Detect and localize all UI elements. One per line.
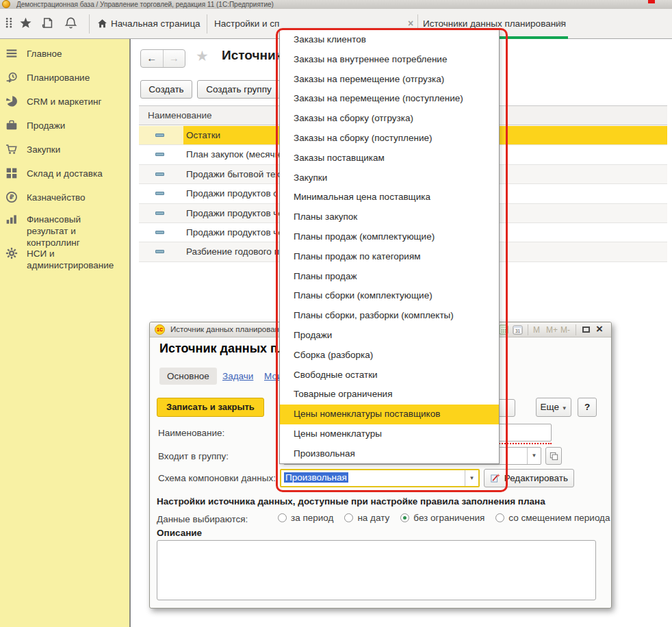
svg-text:₽: ₽	[10, 193, 14, 201]
create-group-button[interactable]: Создать группу	[197, 80, 281, 99]
memory-mplus-button[interactable]: M+	[546, 325, 558, 335]
service-menu-icon[interactable]	[3, 16, 16, 30]
dropdown-item[interactable]: Заказы на перемещение (поступление)	[280, 89, 499, 109]
tab-tasks[interactable]: Задачи	[222, 371, 253, 381]
dropdown-item[interactable]: Заказы на внутреннее потребление	[280, 50, 499, 70]
gear-icon	[5, 247, 18, 259]
dropdown-item[interactable]: Планы закупок	[280, 207, 499, 227]
application-window: Демонстрационная база / Управление торго…	[0, 0, 672, 627]
dialog-title: Источник данных планировани	[170, 325, 283, 333]
calendar-icon[interactable]: 31	[513, 324, 526, 338]
chevron-down-icon: ▼	[562, 405, 567, 411]
memory-mminus-button[interactable]: M-	[560, 325, 570, 335]
dropdown-item[interactable]: Сборка (разборка)	[280, 346, 499, 366]
notifications-bell-icon[interactable]	[64, 16, 78, 30]
radio-for-period[interactable]: за период	[278, 513, 333, 523]
dropdown-item[interactable]: Заказы на сборку (отгрузка)	[280, 109, 499, 129]
sidebar-item-treasury[interactable]: ₽ Казначейство	[5, 191, 125, 203]
dropdown-item[interactable]: Заказы клиентов	[280, 30, 499, 50]
group-open-button[interactable]	[545, 447, 562, 465]
radio-period-offset[interactable]: со смещением периода	[495, 513, 610, 523]
forward-button[interactable]: →	[164, 50, 185, 67]
dropdown-item[interactable]: Закупки	[280, 168, 499, 188]
radio-on-date[interactable]: на дату	[344, 513, 389, 523]
dropdown-item[interactable]: Планы сборки, разборки (комплекты)	[280, 306, 499, 326]
radio-icon	[278, 513, 287, 522]
scheme-dropdown-arrow[interactable]: ▼	[465, 470, 478, 486]
sidebar-item-planning[interactable]: Планирование	[5, 71, 125, 84]
tab-planning-data-sources[interactable]: Источники данных планирования	[423, 18, 566, 29]
planning-icon	[5, 71, 18, 84]
sidebar-item-finance[interactable]: Финансовый результат и контроллинг	[5, 213, 125, 248]
chevron-down-icon: ▼	[469, 475, 475, 481]
help-button[interactable]: ?	[578, 398, 597, 417]
titlebar-separator	[528, 324, 528, 335]
toolbar-separator	[89, 14, 90, 34]
dropdown-item[interactable]: Произвольная	[280, 444, 499, 464]
app-1c-icon	[2, 0, 10, 8]
favorites-star-icon[interactable]	[19, 16, 33, 30]
sidebar-item-admin[interactable]: НСИ и администрирование	[5, 247, 125, 271]
description-label: Описание	[157, 528, 202, 538]
home-icon[interactable]	[96, 18, 110, 31]
favorite-star-icon[interactable]: ★	[196, 48, 209, 64]
sidebar-item-warehouse[interactable]: Склад и доставка	[5, 167, 125, 179]
data-select-label: Данные выбираются:	[157, 514, 248, 524]
dropdown-item[interactable]: Заказы на перемещение (отгрузка)	[280, 70, 499, 90]
data-source-icon	[155, 231, 164, 234]
maximize-icon[interactable]	[582, 327, 590, 333]
tab-settings[interactable]: Настройки и сп	[214, 18, 279, 29]
memory-m-button[interactable]: M	[533, 325, 540, 335]
dropdown-item-highlighted[interactable]: Цены номенклатуры поставщиков	[280, 405, 499, 424]
sidebar-item-main[interactable]: Главное	[5, 47, 125, 60]
description-textarea[interactable]	[157, 540, 596, 600]
dropdown-item[interactable]: Заказы на сборку (поступление)	[280, 129, 499, 149]
dropdown-item[interactable]: Продажи	[280, 326, 499, 346]
data-source-icon	[155, 212, 164, 215]
close-icon[interactable]: ×	[596, 322, 603, 336]
briefcase-icon	[5, 119, 18, 131]
tab-home[interactable]: Начальная страница	[111, 18, 201, 29]
close-button-fragment[interactable]	[648, 0, 655, 3]
menu-icon	[5, 47, 18, 60]
sidebar-item-crm[interactable]: CRM и маркетинг	[5, 95, 125, 107]
dropdown-item[interactable]: Минимальная цена поставщика	[280, 188, 499, 207]
radio-icon	[495, 513, 504, 522]
radio-icon	[344, 513, 353, 522]
cart-icon	[5, 143, 18, 155]
dropdown-item[interactable]: Заказы поставщикам	[280, 149, 499, 168]
create-button[interactable]: Создать	[140, 80, 192, 99]
dropdown-item[interactable]: Цены номенклатуры	[280, 424, 499, 444]
more-button[interactable]: Еще ▼	[536, 398, 571, 417]
scheme-selected-value: Произвольная	[284, 472, 348, 483]
scheme-combobox[interactable]: Произвольная ▼	[280, 469, 480, 487]
dropdown-item[interactable]: Планы продаж (комплектующие)	[280, 227, 499, 247]
group-dropdown-arrow[interactable]: ▼	[527, 448, 541, 464]
tab-main[interactable]: Основное	[159, 368, 217, 385]
tab-separator	[207, 14, 207, 34]
nav-buttons: ← →	[140, 49, 185, 68]
window-title: Демонстрационная база / Управление торго…	[16, 1, 274, 8]
dropdown-item[interactable]: Товарные ограничения	[280, 385, 499, 405]
dropdown-item[interactable]: Планы продаж	[280, 267, 499, 287]
calculator-icon[interactable]	[499, 324, 513, 338]
history-icon[interactable]	[41, 16, 55, 30]
radio-no-limit[interactable]: без ограничения	[400, 513, 484, 523]
window-titlebar: Демонстрационная база / Управление торго…	[0, 0, 672, 9]
dropdown-item[interactable]: Свободные остатки	[280, 366, 499, 385]
sidebar-item-purchases[interactable]: Закупки	[5, 143, 125, 155]
back-button[interactable]: ←	[141, 50, 164, 67]
group-field-label: Входит в группу:	[158, 451, 229, 461]
period-radio-group: за период на дату без ограничения со сме…	[278, 513, 610, 523]
tab-planning-close-icon[interactable]: ×	[558, 18, 563, 29]
sidebar-item-sales[interactable]: Продажи	[5, 119, 125, 131]
data-source-icon	[155, 192, 164, 195]
dropdown-item[interactable]: Планы сборки (комплектующие)	[280, 286, 499, 306]
section-sidebar: Главное Планирование CRM и маркетинг Про…	[0, 39, 131, 627]
pie-chart-icon	[5, 95, 18, 107]
edit-button[interactable]: Редактировать	[484, 469, 574, 487]
dropdown-item[interactable]: Планы продаж по категориям	[280, 247, 499, 267]
save-and-close-button[interactable]: Записать и закрыть	[157, 398, 264, 417]
tab-settings-close-icon[interactable]: ×	[408, 18, 413, 29]
name-field-label: Наименование:	[158, 428, 224, 438]
